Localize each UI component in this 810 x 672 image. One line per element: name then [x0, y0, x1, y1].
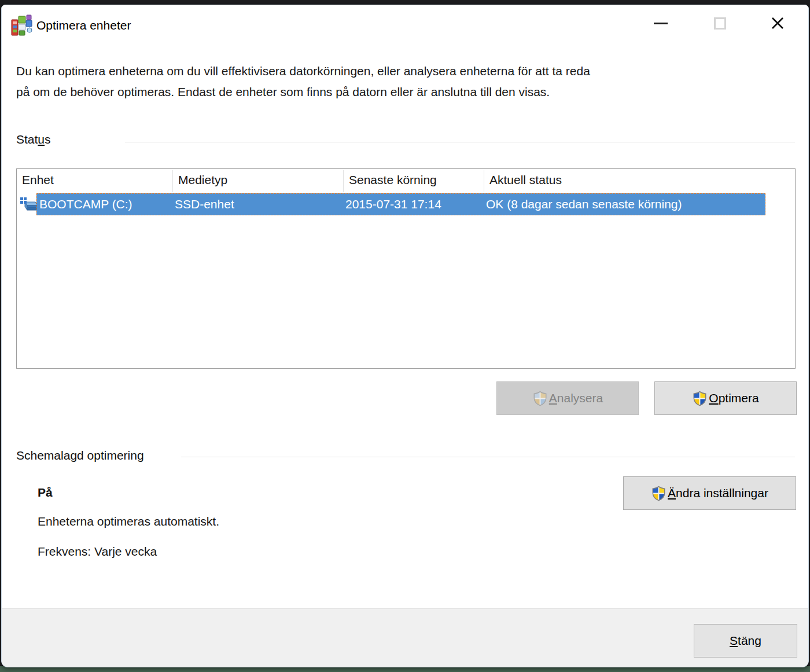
uac-shield-icon — [692, 391, 708, 406]
selected-row-highlight[interactable]: BOOTCAMP (C:) SSD-enhet 2015-07-31 17:14… — [36, 193, 765, 215]
change-settings-button-label: Ändra inställningar — [668, 486, 768, 500]
schedule-frequency: Frekvens: Varje vecka — [38, 545, 157, 559]
minimize-button[interactable] — [643, 9, 679, 38]
cell-senaste-korning: 2015-07-31 17:14 — [345, 197, 486, 211]
minimize-icon — [654, 23, 668, 24]
defrag-app-icon — [10, 14, 32, 36]
optimize-drives-dialog: Optimera enheter Du kan optimera enheter… — [1, 5, 809, 667]
change-settings-button[interactable]: Ändra inställningar — [623, 476, 796, 510]
window-title: Optimera enheter — [36, 17, 131, 34]
optimize-button[interactable]: Optimera — [654, 381, 797, 415]
status-group-label: Status — [16, 133, 51, 146]
schedule-group-line — [181, 457, 795, 457]
column-header-aktuell-status[interactable]: Aktuell status — [484, 169, 795, 193]
cell-enhet: BOOTCAMP (C:) — [37, 197, 175, 211]
close-icon — [770, 16, 785, 31]
cell-aktuell-status: OK (8 dagar sedan senaste körning) — [486, 197, 765, 211]
schedule-group-label: Schemalagd optimering — [16, 449, 144, 462]
table-row[interactable]: BOOTCAMP (C:) SSD-enhet 2015-07-31 17:14… — [17, 193, 795, 216]
schedule-state: På — [38, 486, 53, 500]
status-group-line — [125, 142, 795, 142]
dialog-description: Du kan optimera enheterna om du vill eff… — [16, 61, 745, 102]
uac-shield-icon — [651, 486, 667, 501]
optimize-button-label: Optimera — [709, 391, 759, 405]
analyze-button-label: Analysera — [549, 391, 603, 405]
cell-medietyp: SSD-enhet — [175, 197, 345, 211]
description-line1: Du kan optimera enheterna om du vill eff… — [16, 61, 745, 82]
column-header-medietyp[interactable]: Medietyp — [173, 169, 344, 193]
close-button[interactable] — [760, 9, 796, 38]
column-header-enhet[interactable]: Enhet — [17, 169, 173, 193]
drive-list[interactable]: Enhet Medietyp Senaste körning Aktuell s… — [16, 168, 796, 369]
column-header-senaste-korning[interactable]: Senaste körning — [344, 169, 484, 193]
dialog-footer: Stäng — [2, 608, 808, 667]
maximize-icon — [714, 17, 726, 30]
description-line2: på om de behöver optimeras. Endast de en… — [16, 82, 745, 102]
close-dialog-button[interactable]: Stäng — [694, 624, 797, 658]
title-bar[interactable]: Optimera enheter — [2, 5, 808, 43]
analyze-button[interactable]: Analysera — [496, 381, 639, 415]
close-dialog-button-label: Stäng — [730, 634, 761, 648]
maximize-button[interactable] — [702, 9, 738, 38]
schedule-description: Enheterna optimeras automatiskt. — [38, 515, 219, 528]
drive-list-header: Enhet Medietyp Senaste körning Aktuell s… — [17, 169, 795, 193]
uac-shield-icon-disabled — [532, 391, 548, 406]
hard-drive-icon — [20, 197, 38, 213]
